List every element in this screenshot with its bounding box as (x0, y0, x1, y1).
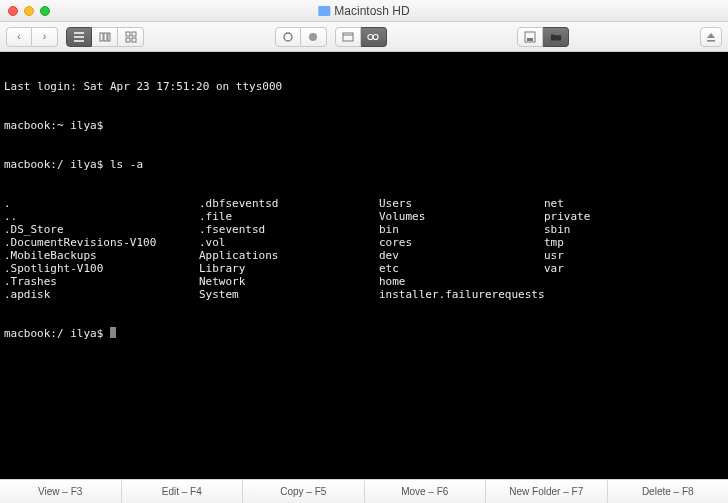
forward-button[interactable]: › (32, 27, 58, 47)
ls-entry: Volumes (379, 210, 544, 223)
eject-icon (705, 31, 717, 43)
tool-b-button[interactable] (361, 27, 387, 47)
close-window-button[interactable] (8, 6, 18, 16)
ls-entry: etc (379, 262, 544, 275)
ls-column: ....DS_Store.DocumentRevisions-V100.Mobi… (4, 197, 199, 301)
svg-rect-0 (100, 33, 103, 41)
view-mode-group (66, 27, 144, 47)
ls-entry: .. (4, 210, 199, 223)
ls-entry: System (199, 288, 379, 301)
ls-entry: dev (379, 249, 544, 262)
prompt-line-2: macbook:/ ilya$ ls -a (4, 158, 724, 171)
svg-rect-3 (126, 32, 130, 36)
ls-column: .dbfseventsd.file.fseventsd.volApplicati… (199, 197, 379, 301)
tool-a-button[interactable] (335, 27, 361, 47)
chevron-right-icon: › (43, 31, 46, 42)
minimize-window-button[interactable] (24, 6, 34, 16)
ls-output: ....DS_Store.DocumentRevisions-V100.Mobi… (4, 197, 724, 301)
ls-entry: bin (379, 223, 544, 236)
folder-icon (550, 31, 562, 43)
terminal-panel[interactable]: Last login: Sat Apr 23 17:51:20 on ttys0… (0, 52, 728, 479)
folder-button[interactable] (543, 27, 569, 47)
diskette-icon (524, 31, 536, 43)
ls-entry: sbin (544, 223, 590, 236)
svg-rect-4 (132, 32, 136, 36)
ls-entry: home (379, 275, 544, 288)
ls-entry: .vol (199, 236, 379, 249)
svg-rect-1 (104, 33, 107, 41)
window-icon (342, 31, 354, 43)
ls-entry: private (544, 210, 590, 223)
ls-entry: .Spotlight-V100 (4, 262, 199, 275)
ls-column: UsersVolumesbincoresdevetchomeinstaller.… (379, 197, 544, 301)
ls-entry: cores (379, 236, 544, 249)
ls-entry: installer.failurerequests (379, 288, 544, 301)
ls-entry: . (4, 197, 199, 210)
svg-point-12 (373, 34, 378, 39)
last-login-line: Last login: Sat Apr 23 17:51:20 on ttys0… (4, 80, 724, 93)
footer-button[interactable]: Delete – F8 (608, 480, 729, 503)
zoom-window-button[interactable] (40, 6, 50, 16)
prompt-line-1: macbook:~ ilya$ (4, 119, 724, 132)
cursor-block (110, 327, 116, 338)
window-title: Macintosh HD (318, 4, 409, 18)
disk-icon (318, 6, 330, 16)
svg-rect-14 (527, 38, 533, 41)
ls-entry: .DocumentRevisions-V100 (4, 236, 199, 249)
circle-fill-icon (307, 31, 319, 43)
ls-entry: .dbfseventsd (199, 197, 379, 210)
storage-group (517, 27, 569, 47)
svg-rect-5 (126, 38, 130, 42)
svg-rect-15 (707, 40, 715, 42)
ls-entry: .fseventsd (199, 223, 379, 236)
svg-rect-2 (108, 33, 110, 41)
ls-entry: .DS_Store (4, 223, 199, 236)
svg-rect-9 (343, 33, 353, 41)
save-button[interactable] (517, 27, 543, 47)
ls-entry: .MobileBackups (4, 249, 199, 262)
ls-entry: .Trashes (4, 275, 199, 288)
ls-entry: Applications (199, 249, 379, 262)
ls-entry: .file (199, 210, 379, 223)
window-controls (0, 6, 50, 16)
footer-button[interactable]: Copy – F5 (243, 480, 365, 503)
view-grid-button[interactable] (118, 27, 144, 47)
chevron-left-icon: ‹ (17, 31, 20, 42)
mode-group (335, 27, 387, 47)
ls-entry: .apdisk (4, 288, 199, 301)
footer-toolbar: View – F3Edit – F4Copy – F5Move – F6New … (0, 479, 728, 503)
ls-entry: Network (199, 275, 379, 288)
view-options-group (275, 27, 327, 47)
footer-button[interactable]: New Folder – F7 (486, 480, 608, 503)
toggle-2-button[interactable] (301, 27, 327, 47)
toggle-1-button[interactable] (275, 27, 301, 47)
svg-point-7 (284, 33, 292, 41)
columns-icon (99, 31, 111, 43)
list-icon (73, 31, 85, 43)
toolbar: ‹ › (0, 22, 728, 52)
nav-group: ‹ › (6, 27, 58, 47)
view-list-button[interactable] (66, 27, 92, 47)
prompt-line-3: macbook:/ ilya$ (4, 327, 724, 340)
ls-command: ls -a (110, 158, 143, 171)
ls-entry: Library (199, 262, 379, 275)
svg-rect-6 (132, 38, 136, 42)
svg-point-11 (368, 34, 373, 39)
ls-entry: Users (379, 197, 544, 210)
circle-icon (282, 31, 294, 43)
title-bar: Macintosh HD (0, 0, 728, 22)
ls-column: netprivatesbintmpusrvar (544, 197, 590, 301)
footer-button[interactable]: View – F3 (0, 480, 122, 503)
footer-button[interactable]: Move – F6 (365, 480, 487, 503)
eject-button[interactable] (700, 27, 722, 47)
svg-point-8 (309, 33, 317, 41)
binoculars-icon (367, 31, 379, 43)
ls-entry: var (544, 262, 590, 275)
grid-icon (125, 31, 137, 43)
window-title-label: Macintosh HD (334, 4, 409, 18)
ls-entry: usr (544, 249, 590, 262)
ls-entry: tmp (544, 236, 590, 249)
footer-button[interactable]: Edit – F4 (122, 480, 244, 503)
back-button[interactable]: ‹ (6, 27, 32, 47)
view-columns-button[interactable] (92, 27, 118, 47)
